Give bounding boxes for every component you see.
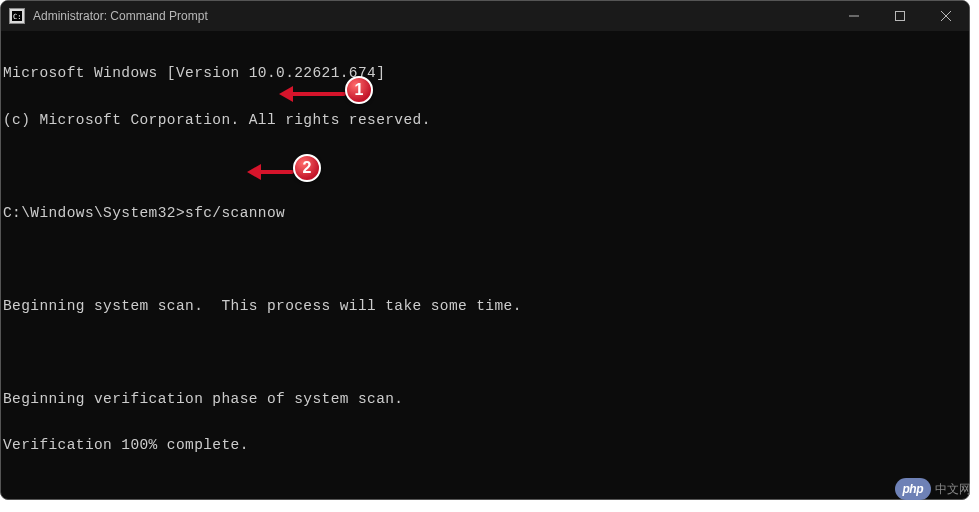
svg-text:C:: C: <box>13 13 21 21</box>
terminal-line: C:\Windows\System32>sfc/scannow <box>3 206 967 222</box>
terminal-line: Verification 100% complete. <box>3 438 967 454</box>
terminal-line: (c) Microsoft Corporation. All rights re… <box>3 113 967 129</box>
window-title: Administrator: Command Prompt <box>33 9 208 23</box>
close-button[interactable] <box>923 1 969 31</box>
terminal-line: Beginning system scan. This process will… <box>3 299 967 315</box>
watermark-text: 中文网 <box>935 481 971 498</box>
php-logo-icon: php <box>895 478 932 500</box>
maximize-button[interactable] <box>877 1 923 31</box>
terminal-line <box>3 345 967 361</box>
minimize-button[interactable] <box>831 1 877 31</box>
terminal-line: Microsoft Windows [Version 10.0.22621.67… <box>3 66 967 82</box>
close-icon <box>941 11 951 21</box>
terminal-line: Beginning verification phase of system s… <box>3 392 967 408</box>
svg-rect-3 <box>896 12 905 21</box>
command-prompt-window: C: Administrator: Command Prompt Microso… <box>0 0 970 500</box>
cmd-icon: C: <box>9 8 25 24</box>
terminal-line <box>3 252 967 268</box>
maximize-icon <box>895 11 905 21</box>
terminal-line <box>3 485 967 501</box>
terminal-line <box>3 159 967 175</box>
terminal-output[interactable]: Microsoft Windows [Version 10.0.22621.67… <box>1 31 969 500</box>
watermark: php 中文网 <box>895 478 972 500</box>
minimize-icon <box>849 11 859 21</box>
titlebar[interactable]: C: Administrator: Command Prompt <box>1 1 969 31</box>
